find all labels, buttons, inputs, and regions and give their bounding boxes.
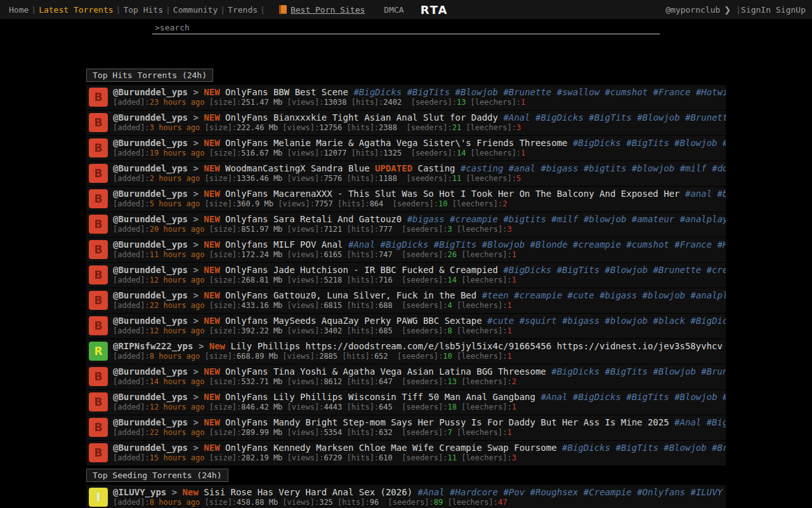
account-name[interactable]: @mypornclub [665, 5, 720, 15]
tag-link[interactable]: #BigDicks [551, 366, 599, 377]
tag-link[interactable]: #BigTits [557, 265, 599, 275]
uploader-avatar[interactable]: B [89, 113, 108, 132]
tag-link[interactable]: #teen [482, 290, 509, 300]
torrent-title[interactable]: OnlyFans Mandy Bright Step-mom Says Her … [225, 417, 669, 427]
tag-link[interactable]: #Blowjob [637, 112, 679, 123]
tag-link[interactable]: #casting [461, 163, 503, 173]
torrent-title[interactable]: OnlyFans Gattouz0, Luna Silver, Fuck in … [225, 290, 476, 300]
tag-link[interactable]: #Onlyfans [637, 487, 685, 497]
tag-link[interactable]: #Brunette [723, 138, 726, 148]
torrent-row[interactable]: B@Burunddel_yps > NEW OnlyFans Kennedy M… [86, 441, 726, 465]
tag-link[interactable]: #Blowjob [653, 366, 695, 377]
tag-link[interactable]: #creampie [573, 239, 621, 250]
torrent-row[interactable]: B@Burunddel_yps > NEW OnlyFans Mandy Bri… [86, 415, 726, 440]
uploader-avatar[interactable]: B [89, 164, 108, 183]
torrent-row[interactable]: R@RIPNsfw222_yps > New Lily Phillips htt… [86, 339, 726, 364]
uploader-avatar[interactable]: B [89, 291, 108, 310]
tag-link[interactable]: #blowjob [632, 163, 674, 173]
tag-link[interactable]: #Anal [540, 392, 567, 402]
tag-link[interactable]: #BigDicks [573, 392, 621, 402]
tag-link[interactable]: #BigDicks [503, 265, 551, 275]
uploader-name[interactable]: @Burunddel_yps [113, 392, 188, 402]
tag-link[interactable]: #BigTits [626, 392, 669, 402]
tag-link[interactable]: #cute [568, 290, 594, 300]
tag-link[interactable]: #BigDicks [573, 138, 621, 148]
tag-link[interactable]: #bigass [599, 290, 637, 300]
tag-link[interactable]: #Hotwife [696, 87, 726, 97]
uploader-avatar[interactable]: I [89, 488, 108, 507]
tag-link[interactable]: #Brunette [723, 392, 726, 402]
torrent-title[interactable]: OnlyFans Lily Phillips Wisconsin Tiff 50… [225, 392, 535, 402]
tag-link[interactable]: #blowjob [605, 316, 648, 326]
uploader-name[interactable]: @ILUVY_yps [113, 487, 166, 497]
uploader-name[interactable]: @Burunddel_yps [113, 239, 188, 250]
tag-link[interactable]: #bigtits [503, 214, 546, 224]
torrent-title[interactable]: Sisi Rose Has Very Hard Anal Sex (2026) [204, 487, 412, 497]
tag-link[interactable]: #milf [551, 214, 578, 224]
tag-link[interactable]: #squirt [520, 316, 557, 326]
tag-link[interactable]: #Blowjob [674, 138, 717, 148]
tag-link[interactable]: #Roughsex [530, 487, 579, 497]
uploader-name[interactable]: @Burunddel_yps [113, 417, 188, 427]
tag-link[interactable]: #milf [680, 163, 707, 173]
nav-community[interactable]: Community [171, 5, 220, 15]
tag-link[interactable]: #Brunette [712, 443, 726, 453]
torrent-row[interactable]: B@Burunddel_yps > NEW OnlyFans Melanie M… [86, 136, 726, 161]
uploader-avatar[interactable]: B [89, 88, 108, 107]
uploader-avatar[interactable]: B [89, 265, 108, 284]
uploader-name[interactable]: @Burunddel_yps [113, 163, 188, 173]
torrent-title[interactable]: Onlyfans MaySeeds AquaZay Perky PAWG BBC… [225, 316, 482, 326]
uploader-name[interactable]: @Burunddel_yps [113, 138, 188, 148]
nav-home[interactable]: Home [6, 5, 31, 15]
uploader-name[interactable]: @Burunddel_yps [113, 443, 188, 453]
torrent-title[interactable]: Onlyfans MILF POV Anal [225, 239, 343, 250]
tag-link[interactable]: #analplay [690, 290, 726, 300]
tag-link[interactable]: #creampie [707, 265, 726, 275]
tag-link[interactable]: #swallow [557, 87, 599, 97]
nav-trends[interactable]: Trends [225, 5, 260, 15]
tag-link[interactable]: #Pov [503, 487, 525, 497]
uploader-avatar[interactable]: B [89, 367, 108, 386]
torrent-title[interactable]: OnlyFans Tina Yoshi & Agatha Vega Asian … [225, 366, 546, 377]
tag-link[interactable]: #anal [509, 163, 535, 173]
torrent-title[interactable]: WoodmanCastingX Sandra Blue [225, 163, 370, 173]
tag-link[interactable]: #BigTits [407, 87, 450, 97]
torrent-title[interactable]: Casting [418, 163, 455, 173]
tag-link[interactable]: #cumshot [626, 239, 669, 250]
torrent-row[interactable]: B@Burunddel_yps > NEW Onlyfans MILF POV … [86, 237, 726, 262]
uploader-avatar[interactable]: B [89, 418, 108, 437]
tag-link[interactable]: #Blowjob [664, 443, 706, 453]
torrent-title[interactable]: OnlyFans BBW Best Scene [225, 87, 348, 97]
uploader-name[interactable]: @RIPNsfw222_yps [113, 341, 193, 351]
nav-latest-torrents[interactable]: Latest Torrents [36, 5, 115, 15]
tag-link[interactable]: #Blonde [530, 239, 568, 250]
torrent-row[interactable]: B@Burunddel_yps > NEW OnlyFans Gattouz0,… [86, 288, 726, 313]
torrent-row[interactable]: B@Burunddel_yps > NEW OnlyFans Lily Phil… [86, 390, 726, 415]
tag-link[interactable]: #BigDicks [353, 87, 402, 97]
best-porn-sites-link[interactable]: Best Porn Sites [291, 5, 365, 15]
signin-link[interactable]: SignIn [741, 5, 771, 15]
uploader-name[interactable]: @Burunddel_yps [113, 290, 188, 300]
torrent-row[interactable]: B@Burunddel_yps > NEW Onlyfans Sara Reta… [86, 212, 726, 237]
tag-link[interactable]: #bigass [562, 316, 599, 326]
torrent-row[interactable]: B@Burunddel_yps > NEW OnlyFans Bianxxxki… [86, 110, 726, 135]
tag-link[interactable]: #France [653, 87, 690, 97]
uploader-avatar[interactable]: B [89, 443, 108, 462]
tag-link[interactable]: #Anal [418, 487, 445, 497]
tag-link[interactable]: #Brunette [701, 366, 726, 377]
torrent-row[interactable]: B@Burunddel_yps > NEW OnlyFans BBW Best … [86, 85, 726, 110]
torrent-row[interactable]: B@Burunddel_yps > NEW OnlyFans Jade Hutc… [86, 263, 726, 288]
uploader-name[interactable]: @Burunddel_yps [113, 214, 188, 224]
tag-link[interactable]: #BigDicks [707, 417, 726, 427]
tag-link[interactable]: #bigass [540, 163, 578, 173]
tag-link[interactable]: #Anal [503, 112, 530, 123]
tag-link[interactable]: #Hardcore [450, 487, 498, 497]
tag-link[interactable]: #bigass [717, 189, 726, 199]
uploader-name[interactable]: @Burunddel_yps [113, 87, 188, 97]
torrent-row[interactable]: I@ILUVY_yps > New Sisi Rose Has Very Har… [86, 485, 726, 508]
torrent-title[interactable]: Onlyfans Sara Retali And Gattouz0 [225, 214, 402, 224]
tag-link[interactable]: #Brunette [685, 112, 726, 123]
tag-link[interactable]: #double [712, 163, 726, 173]
search-input[interactable] [152, 22, 660, 34]
tag-link[interactable]: #creampie [514, 290, 562, 300]
